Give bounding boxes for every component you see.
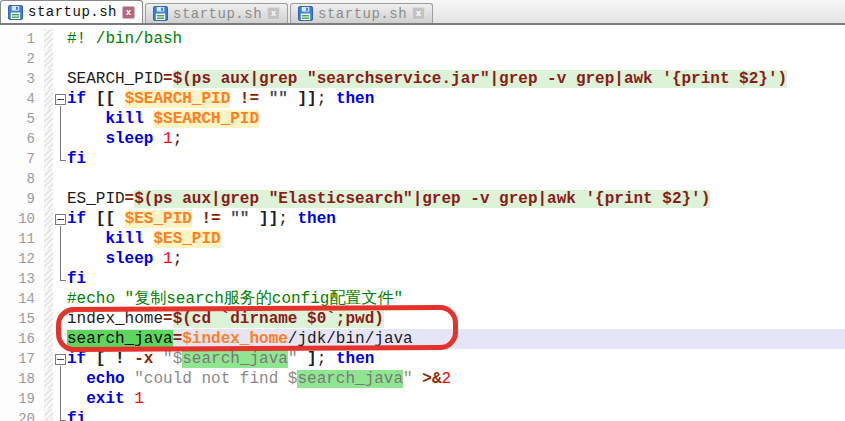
code-line[interactable]: 4if [[ $SEARCH_PID != "" ]]; then bbox=[0, 89, 845, 109]
bookmark-margin[interactable] bbox=[44, 409, 53, 421]
code-line[interactable]: 16search_java=$index_home/jdk/bin/java bbox=[0, 329, 845, 349]
close-icon[interactable]: x bbox=[412, 7, 425, 20]
line-number[interactable]: 19 bbox=[0, 389, 44, 409]
bookmark-margin[interactable] bbox=[44, 89, 53, 109]
code-line[interactable]: 2 bbox=[0, 49, 845, 69]
line-number[interactable]: 8 bbox=[0, 169, 44, 189]
line-number[interactable]: 11 bbox=[0, 229, 44, 249]
code-line[interactable]: 12 sleep 1; bbox=[0, 249, 845, 269]
line-number[interactable]: 2 bbox=[0, 49, 44, 69]
code-text[interactable]: kill $ES_PID bbox=[67, 229, 845, 249]
line-number[interactable]: 4 bbox=[0, 89, 44, 109]
code-text[interactable] bbox=[67, 169, 845, 189]
bookmark-margin[interactable] bbox=[44, 229, 53, 249]
code-line[interactable]: 9ES_PID=$(ps aux|grep "Elasticsearch"|gr… bbox=[0, 189, 845, 209]
tab-startup-sh-3[interactable]: startup.shx bbox=[290, 3, 433, 23]
code-line[interactable]: 20fi bbox=[0, 409, 845, 421]
bookmark-margin[interactable] bbox=[44, 149, 53, 169]
close-icon[interactable]: x bbox=[267, 7, 280, 20]
code-line[interactable]: 11 kill $ES_PID bbox=[0, 229, 845, 249]
code-text[interactable]: #! /bin/bash bbox=[67, 29, 845, 49]
fold-toggle-icon[interactable] bbox=[53, 89, 67, 109]
code-line[interactable]: 18 echo "could not find $search_java" >&… bbox=[0, 369, 845, 389]
line-number[interactable]: 13 bbox=[0, 269, 44, 289]
code-text[interactable]: sleep 1; bbox=[67, 129, 845, 149]
line-number[interactable]: 3 bbox=[0, 69, 44, 89]
code-line[interactable]: 6 sleep 1; bbox=[0, 129, 845, 149]
bookmark-margin[interactable] bbox=[44, 249, 53, 269]
line-number[interactable]: 14 bbox=[0, 289, 44, 309]
code-token: " bbox=[403, 370, 422, 388]
fold-margin bbox=[53, 389, 67, 409]
code-text[interactable]: kill $SEARCH_PID bbox=[67, 109, 845, 129]
line-number[interactable]: 5 bbox=[0, 109, 44, 129]
code-line[interactable]: 14#echo "复制search服务的config配置文件" bbox=[0, 289, 845, 309]
bookmark-margin[interactable] bbox=[44, 29, 53, 49]
bookmark-margin[interactable] bbox=[44, 309, 53, 329]
code-text[interactable]: ES_PID=$(ps aux|grep "Elasticsearch"|gre… bbox=[67, 189, 845, 209]
code-text[interactable]: SEARCH_PID=$(ps aux|grep "searchservice.… bbox=[67, 69, 845, 89]
line-number[interactable]: 7 bbox=[0, 149, 44, 169]
code-text[interactable]: index_home=$(cd `dirname $0`;pwd) bbox=[67, 309, 845, 329]
code-text[interactable]: sleep 1; bbox=[67, 249, 845, 269]
bookmark-margin[interactable] bbox=[44, 189, 53, 209]
line-number[interactable]: 1 bbox=[0, 29, 44, 49]
line-number[interactable]: 6 bbox=[0, 129, 44, 149]
tab-label: startup.sh bbox=[173, 6, 262, 22]
tab-startup-sh-1[interactable]: startup.shx bbox=[0, 0, 143, 23]
code-line[interactable]: 8 bbox=[0, 169, 845, 189]
code-line[interactable]: 7fi bbox=[0, 149, 845, 169]
bookmark-margin[interactable] bbox=[44, 349, 53, 369]
code-text[interactable]: if [[ $ES_PID != "" ]]; then bbox=[67, 209, 845, 229]
line-number[interactable]: 12 bbox=[0, 249, 44, 269]
fold-margin bbox=[53, 369, 67, 389]
code-text[interactable]: if [ ! -x "$search_java" ]; then bbox=[67, 349, 845, 369]
code-text[interactable]: fi bbox=[67, 149, 845, 169]
fold-toggle-icon[interactable] bbox=[53, 209, 67, 229]
code-text[interactable]: fi bbox=[67, 409, 845, 421]
line-number[interactable]: 20 bbox=[0, 409, 44, 421]
line-number[interactable]: 15 bbox=[0, 309, 44, 329]
code-text[interactable]: search_java=$index_home/jdk/bin/java bbox=[67, 329, 845, 349]
line-number[interactable]: 16 bbox=[0, 329, 44, 349]
bookmark-margin[interactable] bbox=[44, 329, 53, 349]
code-line[interactable]: 5 kill $SEARCH_PID bbox=[0, 109, 845, 129]
line-number[interactable]: 17 bbox=[0, 349, 44, 369]
bookmark-margin[interactable] bbox=[44, 69, 53, 89]
line-number[interactable]: 18 bbox=[0, 369, 44, 389]
code-line[interactable]: 3SEARCH_PID=$(ps aux|grep "searchservice… bbox=[0, 69, 845, 89]
line-number[interactable]: 9 bbox=[0, 189, 44, 209]
tab-startup-sh-2[interactable]: startup.shx bbox=[145, 3, 288, 23]
code-token: search_java bbox=[297, 370, 403, 388]
bookmark-margin[interactable] bbox=[44, 129, 53, 149]
bookmark-margin[interactable] bbox=[44, 109, 53, 129]
bookmark-margin[interactable] bbox=[44, 49, 53, 69]
code-line[interactable]: 15index_home=$(cd `dirname $0`;pwd) bbox=[0, 309, 845, 329]
code-line[interactable]: 10if [[ $ES_PID != "" ]]; then bbox=[0, 209, 845, 229]
bookmark-margin[interactable] bbox=[44, 209, 53, 229]
code-text[interactable]: echo "could not find $search_java" >&2 bbox=[67, 369, 845, 389]
code-line[interactable]: 13fi bbox=[0, 269, 845, 289]
bookmark-margin[interactable] bbox=[44, 289, 53, 309]
bookmark-margin[interactable] bbox=[44, 169, 53, 189]
code-text[interactable]: exit 1 bbox=[67, 389, 845, 409]
code-text[interactable] bbox=[67, 49, 845, 69]
line-number[interactable]: 10 bbox=[0, 209, 44, 229]
code-token: #echo "复制search服务的config配置文件" bbox=[67, 290, 403, 308]
fold-margin bbox=[53, 229, 67, 249]
close-icon[interactable]: x bbox=[122, 6, 135, 19]
code-token: = bbox=[163, 310, 173, 328]
code-text[interactable]: #echo "复制search服务的config配置文件" bbox=[67, 289, 845, 309]
code-token: sleep bbox=[105, 250, 153, 268]
code-text[interactable]: if [[ $SEARCH_PID != "" ]]; then bbox=[67, 89, 845, 109]
bookmark-margin[interactable] bbox=[44, 369, 53, 389]
code-line[interactable]: 17if [ ! -x "$search_java" ]; then bbox=[0, 349, 845, 369]
code-text[interactable]: fi bbox=[67, 269, 845, 289]
editor[interactable]: 1#! /bin/bash23SEARCH_PID=$(ps aux|grep … bbox=[0, 25, 845, 421]
fold-toggle-icon[interactable] bbox=[53, 349, 67, 369]
code-token: if bbox=[67, 350, 86, 368]
bookmark-margin[interactable] bbox=[44, 269, 53, 289]
code-line[interactable]: 1#! /bin/bash bbox=[0, 29, 845, 49]
bookmark-margin[interactable] bbox=[44, 389, 53, 409]
code-line[interactable]: 19 exit 1 bbox=[0, 389, 845, 409]
